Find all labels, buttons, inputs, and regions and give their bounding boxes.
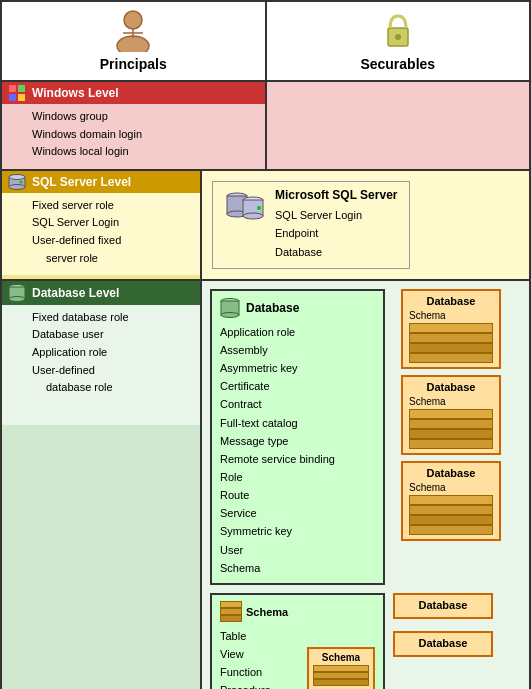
database-box-title: Database [220,297,375,319]
svg-point-26 [221,312,239,317]
db-right-panel: Database Application role Assembly Asymm… [202,281,529,689]
db-level-label: Database Level [32,286,119,300]
schema-item-procedure: Procedure [220,681,301,689]
db-item-asymmetric-key: Asymmetric key [220,359,375,377]
db-top-section: Database Application role Assembly Asymm… [210,289,521,585]
db-right-box-1-title: Database [409,295,493,307]
securables-title: Securables [360,56,435,72]
windows-level-label: Windows Level [32,86,119,100]
db-item-schema: Schema [220,559,375,577]
schema-bar-2-3 [409,429,493,439]
db-item-message-type: Message type [220,432,375,450]
header-row: Principals Securables [2,2,529,82]
db-item-remote-service-binding: Remote service binding [220,450,375,468]
sql-level-row: SQL Server Level Fixed server role SQL S… [2,171,529,281]
sql-server-item-3: Database [275,243,397,262]
database-level-row: Database Level Fixed database role Datab… [2,281,529,689]
sql-level-label: SQL Server Level [32,175,131,189]
schema-items-list: Table View Function Procedure Queue Syno… [220,627,301,689]
db-left-item-1: Fixed database role [32,309,192,327]
schema-stack-3 [409,495,493,535]
svg-rect-9 [18,94,25,101]
schema-sub-boxes: Schema Schema [307,601,375,689]
sql-item-2: SQL Server Login [32,214,192,232]
schema-bar-1-4 [409,353,493,363]
sql-server-info: Microsoft SQL Server SQL Server Login En… [275,188,397,262]
windows-item-1: Windows group [32,108,257,126]
lock-icon [380,10,416,52]
schema-bar-3-4 [409,525,493,535]
db-item-assembly: Assembly [220,341,375,359]
windows-label-bar: Windows Level [2,82,265,104]
svg-point-12 [9,184,25,189]
svg-point-5 [395,34,401,40]
svg-rect-7 [18,85,25,92]
schema-sub-stack-1 [313,665,369,687]
schema-sub-1-title: Schema [313,652,369,663]
schema-item-view: View [220,645,301,663]
person-icon [113,10,153,52]
schema-bar-1-1 [409,323,493,333]
svg-point-20 [257,206,261,210]
database-main-box: Database Application role Assembly Asymm… [210,289,385,585]
db-item-service: Service [220,504,375,522]
db-item-role: Role [220,468,375,486]
schema-main-title: Schema [246,606,288,618]
db-right-box-3-title: Database [409,467,493,479]
sql-server-item-1: SQL Server Login [275,206,397,225]
db-left-item-4: User-defined [32,362,192,380]
sql-server-icon-area [225,188,265,232]
database-items: Application role Assembly Asymmetric key… [220,323,375,577]
ssb1-bar3 [313,679,369,686]
schema-stack-1 [409,323,493,363]
schema-icon-bar3 [220,615,242,622]
schema-bar-2-1 [409,409,493,419]
schema-icon-bar2 [220,608,242,615]
schema-title-row: Schema [220,601,301,623]
db-right-box-3: Database Schema [401,461,501,541]
windows-item-2: Windows domain login [32,126,257,144]
securables-header: Securables [267,2,530,80]
schema-bar-2-2 [409,419,493,429]
svg-point-0 [124,11,142,29]
schema-main-box: Schema Table View Function Procedure Que… [210,593,385,689]
db-cylinder-icon [8,283,26,303]
svg-rect-6 [9,85,16,92]
db-bottom-box-2-title: Database [401,637,485,649]
sql-server-big-icon [225,188,265,232]
schema-sub-box-1: Schema [307,647,375,689]
main-container: Principals Securables Windows [0,0,531,689]
schema-bar-3-3 [409,515,493,525]
windows-content: Windows group Windows domain login Windo… [2,104,265,169]
schema-bar-1-2 [409,333,493,343]
db-left-panel: Database Level Fixed database role Datab… [2,281,202,689]
svg-rect-8 [9,94,16,101]
schema-bar-1-3 [409,343,493,353]
db-item-certificate: Certificate [220,377,375,395]
db-bottom-box-1-title: Database [401,599,485,611]
db-bottom-section: Schema Table View Function Procedure Que… [210,593,521,689]
windows-right-panel [267,82,530,169]
sql-server-icon-small [8,173,26,191]
db-right-box-2-title: Database [409,381,493,393]
schema-bar-2-4 [409,439,493,449]
right-db-boxes-bottom: Database Database [393,593,493,663]
sql-item-1: Fixed server role [32,197,192,215]
principals-title: Principals [100,56,167,72]
db-item-fulltext-catalog: Full-text catalog [220,414,375,432]
ssb1-bar1 [313,665,369,672]
principals-header: Principals [2,2,267,80]
schema-label-3: Schema [409,481,493,493]
schema-item-function: Function [220,663,301,681]
svg-point-1 [117,36,149,52]
sql-server-item-2: Endpoint [275,224,397,243]
ssb1-bar2 [313,672,369,679]
sql-right-panel: Microsoft SQL Server SQL Server Login En… [202,171,529,279]
db-right-box-bottom-2: Database [393,631,493,657]
sql-server-box: Microsoft SQL Server SQL Server Login En… [212,181,410,269]
windows-left-panel: Windows Level Windows group Windows doma… [2,82,267,169]
svg-point-13 [20,180,23,183]
database-box-label: Database [246,301,299,315]
db-left-item-3: Application role [32,344,192,362]
sql-item-4: server role [32,250,192,268]
